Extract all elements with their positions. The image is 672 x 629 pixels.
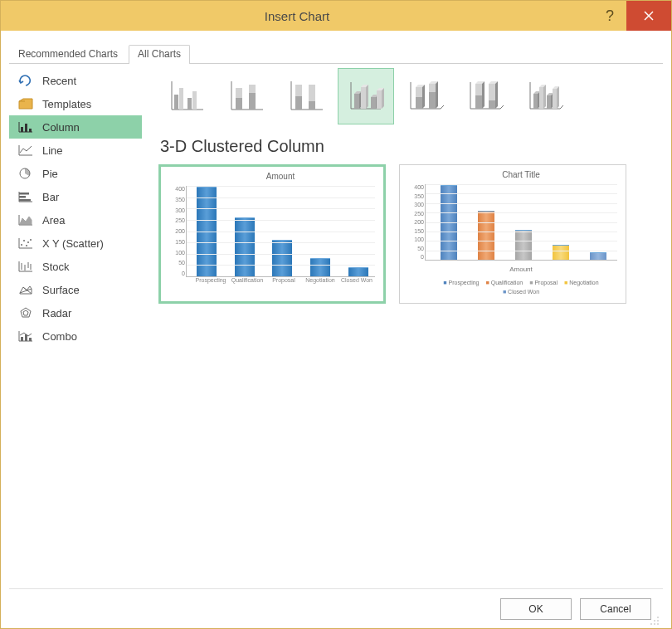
svg-marker-85 — [495, 81, 498, 109]
3d-column-icon — [525, 79, 565, 114]
subtype-clustered-column[interactable] — [158, 68, 215, 124]
templates-icon — [17, 95, 34, 112]
cat-stock[interactable]: Stock — [9, 255, 142, 278]
svg-point-20 — [23, 240, 25, 241]
subtype-100-stacked-column[interactable] — [278, 68, 334, 124]
svg-point-104 — [657, 623, 659, 625]
svg-point-103 — [654, 623, 655, 625]
recent-icon — [17, 72, 34, 89]
svg-rect-48 — [249, 93, 256, 110]
3d-stacked-column-icon — [406, 79, 446, 114]
svg-rect-70 — [416, 97, 422, 109]
column-chart-icon — [17, 119, 34, 135]
pie-chart-icon — [17, 165, 34, 182]
svg-rect-59 — [361, 87, 366, 109]
subtype-3d-column[interactable] — [517, 68, 573, 124]
svg-rect-74 — [429, 92, 436, 109]
combo-chart-icon — [17, 328, 34, 344]
svg-rect-34 — [21, 337, 23, 341]
svg-rect-40 — [179, 88, 183, 110]
svg-marker-98 — [557, 86, 559, 109]
cat-area[interactable]: Area — [9, 208, 142, 232]
3d-clustered-column-icon — [346, 79, 386, 114]
svg-rect-96 — [553, 89, 557, 109]
svg-rect-87 — [533, 94, 538, 109]
titlebar: Insert Chart ? — [1, 1, 671, 31]
cat-scatter[interactable]: X Y (Scatter) — [9, 232, 142, 255]
cat-bar[interactable]: Bar — [9, 185, 142, 208]
svg-rect-4 — [21, 127, 23, 132]
cat-line[interactable]: Line — [9, 139, 142, 162]
svg-point-19 — [21, 244, 22, 246]
svg-rect-93 — [547, 95, 551, 109]
cancel-button[interactable]: Cancel — [580, 598, 651, 620]
cat-label: X Y (Scatter) — [42, 237, 104, 250]
subtype-stacked-column[interactable] — [218, 68, 275, 124]
svg-rect-56 — [354, 94, 359, 109]
svg-rect-83 — [489, 100, 495, 109]
chart-subtype-heading: 3-D Clustered Column — [160, 137, 663, 156]
close-button[interactable] — [626, 1, 671, 31]
ok-button[interactable]: OK — [500, 598, 572, 620]
svg-rect-14 — [19, 199, 31, 202]
chart-subtype-pane: 3-D Clustered Column Amount 400 350 300 … — [142, 64, 663, 588]
subtype-3d-stacked-column[interactable] — [397, 68, 454, 124]
svg-rect-6 — [29, 129, 32, 132]
svg-point-22 — [27, 241, 29, 243]
svg-rect-46 — [236, 98, 242, 110]
3d-100-stacked-column-icon — [465, 79, 505, 114]
cat-column[interactable]: Column — [9, 115, 142, 139]
scatter-chart-icon — [17, 235, 34, 251]
close-icon — [643, 10, 655, 22]
tab-all-charts[interactable]: All Charts — [129, 45, 190, 64]
svg-rect-78 — [475, 84, 482, 95]
cat-label: Radar — [42, 307, 71, 319]
tabs: Recommended Charts All Charts — [9, 44, 663, 64]
surface-chart-icon — [17, 281, 34, 298]
cat-label: Combo — [42, 330, 77, 343]
cat-templates[interactable]: Templates — [9, 92, 142, 115]
svg-rect-52 — [295, 96, 302, 110]
cat-label: Bar — [42, 191, 59, 203]
svg-rect-62 — [371, 97, 376, 109]
svg-marker-92 — [543, 85, 546, 109]
cat-surface[interactable]: Surface — [9, 278, 142, 301]
svg-point-23 — [30, 239, 32, 241]
bar-chart-icon — [17, 188, 34, 205]
svg-rect-53 — [309, 85, 315, 101]
line-chart-icon — [17, 142, 34, 158]
cat-label: Line — [42, 144, 63, 157]
stock-chart-icon — [17, 258, 34, 275]
preview-title: Chart Title — [425, 170, 617, 179]
svg-rect-82 — [489, 84, 495, 100]
subtype-3d-100-stacked-column[interactable] — [457, 68, 514, 124]
svg-marker-31 — [23, 310, 28, 315]
preview-legend: Prospecting Qualification Proposal Negot… — [425, 280, 617, 295]
cat-combo[interactable]: Combo — [9, 324, 142, 348]
subtype-3d-clustered-column[interactable] — [338, 68, 394, 124]
cat-recent[interactable]: Recent — [9, 69, 142, 92]
svg-rect-39 — [174, 95, 178, 110]
radar-chart-icon — [17, 305, 34, 321]
area-chart-icon — [17, 212, 34, 228]
svg-marker-72 — [422, 85, 425, 109]
preview-title: Amount — [186, 172, 375, 181]
chart-previews: Amount 400 350 300 250 200 150 100 50 — [158, 164, 663, 304]
cat-pie[interactable]: Pie — [9, 162, 142, 185]
svg-rect-69 — [416, 87, 422, 97]
svg-rect-79 — [475, 95, 482, 109]
svg-rect-54 — [309, 101, 315, 110]
resize-grip-icon[interactable] — [650, 616, 660, 626]
cat-label: Templates — [42, 98, 91, 110]
chart-preview-1[interactable]: Amount 400 350 300 250 200 150 100 50 — [158, 164, 386, 304]
cat-label: Recent — [42, 75, 76, 87]
cat-label: Area — [42, 214, 65, 227]
preview-plot: 400 350 300 250 200 150 100 50 0 — [425, 184, 617, 261]
help-button[interactable]: ? — [593, 7, 626, 25]
svg-rect-36 — [29, 338, 32, 341]
chart-preview-2[interactable]: Chart Title 400 350 300 250 200 150 100 … — [399, 164, 626, 304]
tab-recommended-charts[interactable]: Recommended Charts — [9, 45, 127, 64]
dialog-footer: OK Cancel — [9, 588, 663, 628]
cat-radar[interactable]: Radar — [9, 301, 142, 324]
svg-rect-90 — [539, 87, 543, 109]
